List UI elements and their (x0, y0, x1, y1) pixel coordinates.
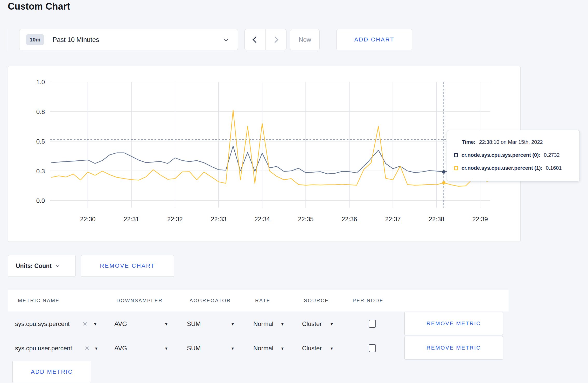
prev-time-button[interactable] (245, 29, 266, 50)
remove-chart-button[interactable]: REMOVE CHART (81, 255, 174, 277)
tooltip-series-sys: cr.node.sys.cpu.sys.percent (0): 0.2732 (454, 152, 573, 158)
metric-row-sys: sys.cpu.sys.percent ✕ ▼ AVG ▼ SUM ▼ Norm… (8, 312, 509, 336)
svg-text:22:30: 22:30 (80, 216, 96, 223)
time-window-dropdown[interactable]: 10m Past 10 Minutes (19, 29, 238, 50)
tooltip-time: Time:22:38:10 on Mar 15th, 2022 (462, 139, 573, 145)
per-node-checkbox[interactable] (369, 344, 376, 352)
rate-select[interactable]: Normal (253, 320, 273, 328)
caret-down-icon[interactable]: ▼ (330, 322, 334, 326)
next-time-button[interactable] (266, 29, 286, 50)
units-dropdown[interactable]: Units: Count (8, 255, 76, 277)
per-node-checkbox[interactable] (369, 320, 376, 328)
chevron-right-icon (272, 36, 278, 43)
svg-text:22:38: 22:38 (429, 216, 444, 223)
caret-down-icon[interactable]: ▼ (231, 322, 235, 326)
user-series-swatch-icon (454, 166, 458, 170)
source-select[interactable]: Cluster (302, 320, 322, 328)
page-title: Custom Chart (8, 1, 70, 12)
tooltip-series-user: cr.node.sys.cpu.user.percent (1): 0.1601 (454, 165, 573, 171)
source-select[interactable]: Cluster (302, 345, 322, 352)
toolbar-divider (8, 29, 8, 50)
svg-text:0.3: 0.3 (36, 168, 45, 175)
column-aggregator: AGGREGATOR (190, 298, 231, 303)
clear-metric-icon[interactable]: ✕ (82, 321, 87, 328)
column-metric-name: METRIC NAME (18, 298, 60, 303)
svg-text:0.0: 0.0 (36, 197, 45, 204)
column-per-node: PER NODE (353, 298, 383, 303)
caret-down-icon[interactable]: ▼ (164, 322, 168, 326)
downsampler-select[interactable]: AVG (114, 345, 127, 352)
units-label: Units: Count (16, 263, 52, 269)
chart-tooltip: Time:22:38:10 on Mar 15th, 2022 cr.node.… (447, 130, 580, 181)
metric-name-select[interactable]: sys.cpu.sys.percent (15, 320, 70, 328)
aggregator-select[interactable]: SUM (187, 320, 201, 328)
svg-text:22:35: 22:35 (298, 216, 313, 223)
caret-down-icon[interactable]: ▼ (330, 346, 334, 351)
metrics-table-header: METRIC NAME DOWNSAMPLER AGGREGATOR RATE … (8, 290, 509, 311)
chevron-down-icon (56, 264, 59, 267)
chevron-left-icon (253, 36, 259, 43)
svg-text:22:34: 22:34 (254, 216, 270, 223)
metric-row-user: sys.cpu.user.percent ✕ ▼ AVG ▼ SUM ▼ Nor… (8, 336, 509, 360)
caret-down-icon[interactable]: ▼ (93, 322, 97, 326)
time-nav-group (244, 29, 286, 50)
svg-text:22:39: 22:39 (472, 216, 488, 223)
caret-down-icon[interactable]: ▼ (94, 346, 98, 351)
remove-metric-button[interactable]: REMOVE METRIC (404, 336, 503, 359)
svg-text:0.5: 0.5 (36, 138, 45, 145)
svg-text:0.8: 0.8 (36, 108, 45, 115)
svg-text:22:32: 22:32 (167, 216, 183, 223)
metric-name-select[interactable]: sys.cpu.user.percent (15, 345, 72, 352)
add-chart-button[interactable]: ADD CHART (337, 29, 412, 50)
time-window-label: Past 10 Minutes (53, 36, 99, 44)
remove-metric-button[interactable]: REMOVE METRIC (404, 312, 503, 335)
time-window-badge: 10m (26, 34, 44, 45)
svg-text:22:31: 22:31 (124, 216, 139, 223)
caret-down-icon[interactable]: ▼ (164, 346, 168, 351)
downsampler-select[interactable]: AVG (114, 320, 127, 328)
svg-text:22:33: 22:33 (211, 216, 226, 223)
rate-select[interactable]: Normal (253, 345, 273, 352)
column-rate: RATE (255, 298, 270, 303)
add-metric-button[interactable]: ADD METRIC (12, 361, 91, 383)
column-source: SOURCE (304, 298, 329, 303)
sys-series-swatch-icon (454, 153, 458, 157)
svg-text:22:37: 22:37 (385, 216, 401, 223)
now-button[interactable]: Now (290, 29, 320, 50)
caret-down-icon[interactable]: ▼ (281, 346, 284, 351)
caret-down-icon[interactable]: ▼ (231, 346, 235, 351)
svg-text:22:36: 22:36 (341, 216, 357, 223)
aggregator-select[interactable]: SUM (187, 345, 201, 352)
timeseries-chart[interactable]: 1.00.80.50.30.022:3022:3122:3222:3322:34… (8, 66, 521, 242)
caret-down-icon[interactable]: ▼ (281, 322, 284, 326)
chart-card: 1.00.80.50.30.022:3022:3122:3222:3322:34… (8, 66, 521, 242)
clear-metric-icon[interactable]: ✕ (85, 345, 89, 352)
svg-text:1.0: 1.0 (36, 79, 45, 86)
column-downsampler: DOWNSAMPLER (116, 298, 163, 303)
chevron-down-icon (224, 37, 228, 41)
